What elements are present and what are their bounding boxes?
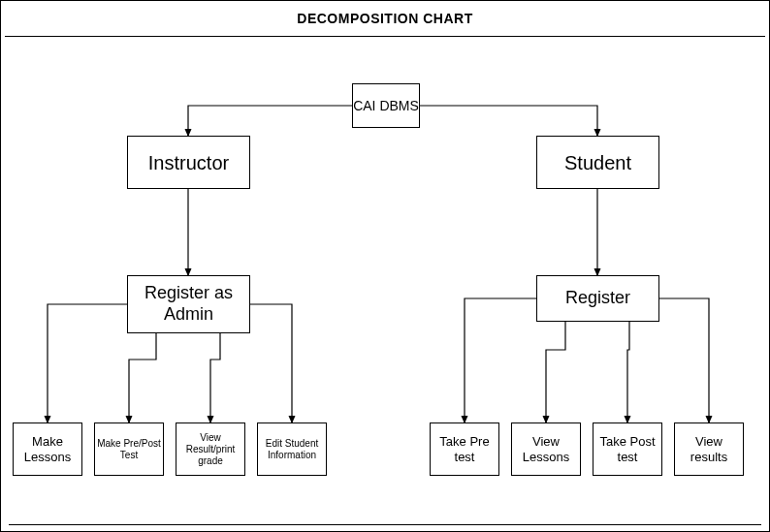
node-make-pre-post-test: Make Pre/Post Test bbox=[94, 422, 164, 476]
top-rule bbox=[5, 36, 765, 37]
node-instructor-label: Instructor bbox=[148, 151, 229, 174]
node-take-post-test: Take Post test bbox=[593, 422, 662, 476]
node-register: Register bbox=[536, 275, 659, 322]
chart-title: DECOMPOSITION CHART bbox=[1, 11, 769, 26]
node-make-lessons-label: Make Lessons bbox=[16, 434, 80, 464]
node-view-lessons: View Lessons bbox=[511, 422, 581, 476]
node-view-result-label: View Result/print grade bbox=[178, 432, 242, 467]
node-register-admin-label: Register as Admin bbox=[128, 283, 249, 325]
node-make-lessons: Make Lessons bbox=[13, 422, 82, 476]
node-view-results-label: View results bbox=[677, 434, 741, 464]
node-view-result: View Result/print grade bbox=[176, 422, 245, 476]
node-student-label: Student bbox=[564, 151, 631, 174]
bottom-rule bbox=[9, 524, 761, 525]
node-root-label: CAI DBMS bbox=[353, 98, 419, 114]
node-take-post-test-label: Take Post test bbox=[595, 434, 659, 464]
node-register-admin: Register as Admin bbox=[127, 275, 250, 333]
node-root: CAI DBMS bbox=[352, 83, 420, 128]
node-instructor: Instructor bbox=[127, 136, 250, 189]
node-view-lessons-label: View Lessons bbox=[514, 434, 578, 464]
node-edit-student-info-label: Edit Student Information bbox=[260, 438, 324, 461]
node-edit-student-info: Edit Student Information bbox=[257, 422, 327, 476]
node-take-pre-test-label: Take Pre test bbox=[433, 434, 497, 464]
node-make-pre-post-test-label: Make Pre/Post Test bbox=[97, 438, 161, 461]
node-student: Student bbox=[536, 136, 659, 189]
node-take-pre-test: Take Pre test bbox=[430, 422, 499, 476]
node-view-results: View results bbox=[674, 422, 744, 476]
node-register-label: Register bbox=[565, 288, 630, 309]
